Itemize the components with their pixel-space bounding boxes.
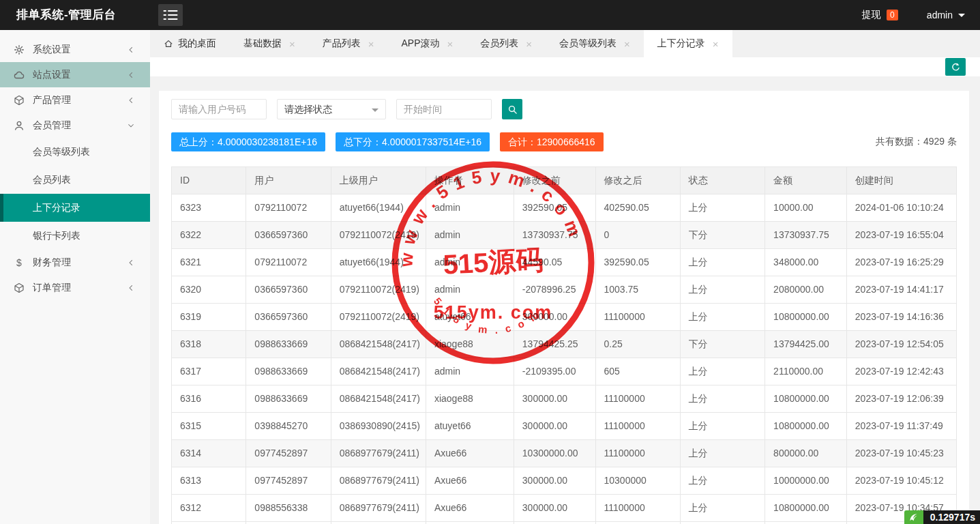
table-cell: 上分 xyxy=(680,276,764,304)
sidebar-toggle-button[interactable] xyxy=(158,4,183,26)
search-button[interactable] xyxy=(502,99,522,119)
table-cell: admin xyxy=(426,276,514,304)
sidebar-subitem-1[interactable]: 会员等级列表 xyxy=(0,138,150,166)
table-cell: 392590.05 xyxy=(595,249,680,276)
total-up-button[interactable]: 总上分：4.0000030238181E+16 xyxy=(171,132,325,151)
table-cell: 上分 xyxy=(680,522,764,524)
tab-label: 会员列表 xyxy=(480,38,518,50)
tab-label: APP滚动 xyxy=(402,38,440,50)
close-icon[interactable]: × xyxy=(713,39,719,49)
table-cell: 6321 xyxy=(172,249,246,276)
tab-3[interactable]: 产品列表× xyxy=(309,30,388,57)
total-sum-button[interactable]: 合计：12900666416 xyxy=(500,132,604,151)
content-card: 请选择状态 总上分：4.0000030238181E+16 总下分：4.0000… xyxy=(159,91,969,524)
sidebar-subitem-4[interactable]: 银行卡列表 xyxy=(0,222,150,250)
table-row: 631503988452700386930890(2415)atuyet6630… xyxy=(172,413,957,440)
sidebar-subitem-2[interactable]: 会员列表 xyxy=(0,166,150,194)
refresh-icon xyxy=(951,62,961,72)
close-icon[interactable]: × xyxy=(526,39,532,49)
tab-label: 基础数据 xyxy=(243,38,282,50)
close-icon[interactable]: × xyxy=(447,39,454,49)
sidebar-item-6[interactable]: 订单管理 xyxy=(0,275,150,300)
withdraw-count-badge: 0 xyxy=(887,10,898,20)
sidebar-item-5[interactable]: $财务管理 xyxy=(0,250,150,275)
tab-5[interactable]: 会员列表× xyxy=(466,30,546,57)
table-cell: 2023-07-19 12:06:39 xyxy=(846,385,956,413)
trace-toggle-button[interactable] xyxy=(904,510,923,524)
search-icon xyxy=(507,104,518,115)
sidebar-subitem-label: 会员等级列表 xyxy=(33,146,90,157)
table-cell: 上分 xyxy=(680,413,764,440)
column-header: 上级用户 xyxy=(331,167,426,194)
table-cell: admin xyxy=(426,249,514,276)
tab-1[interactable]: 我的桌面 xyxy=(150,30,230,57)
table-cell: 300000.00 xyxy=(514,467,595,495)
total-down-button[interactable]: 总下分：4.0000017337514E+16 xyxy=(336,132,490,151)
stats-row: 总上分：4.0000030238181E+16 总下分：4.0000017337… xyxy=(171,132,957,151)
sidebar-subitem-label: 上下分记录 xyxy=(33,202,80,213)
column-header: 创建时间 xyxy=(846,167,956,194)
tab-2[interactable]: 基础数据× xyxy=(230,30,309,57)
table-cell: 上分 xyxy=(680,385,764,413)
chevron-left-icon xyxy=(127,259,135,267)
table-cell: Axue66 xyxy=(426,495,514,522)
cloud-icon xyxy=(14,70,25,81)
table-cell: 402590.05 xyxy=(595,194,680,222)
table-cell: 6314 xyxy=(172,440,246,467)
table-cell: 0868977679(2411) xyxy=(331,440,426,467)
chevron-left-icon xyxy=(127,96,135,104)
table-cell: 0868977679(2411) xyxy=(331,467,426,495)
tab-7[interactable]: 上下分记录× xyxy=(644,30,732,57)
trace-time[interactable]: 0.129717s xyxy=(923,510,980,524)
table-cell: 11100000 xyxy=(595,413,680,440)
table-cell: 2024-01-06 10:10:24 xyxy=(846,194,956,222)
table-cell: 0988556338 xyxy=(246,495,331,522)
column-header: 操作者 xyxy=(426,167,514,194)
user-number-input[interactable] xyxy=(171,99,267,119)
table-cell: atuyet66(1944) xyxy=(331,249,426,276)
sidebar-item-4[interactable]: 会员管理 xyxy=(0,113,150,138)
table-cell: 0988633669 xyxy=(246,331,331,358)
table-cell: 0988633669 xyxy=(246,385,331,413)
table-cell: 392590.05 xyxy=(514,194,595,222)
tab-4[interactable]: APP滚动× xyxy=(388,30,467,57)
table-cell: 2023-07-19 10:45:12 xyxy=(846,467,956,495)
close-icon[interactable]: × xyxy=(624,39,630,49)
table-cell: 0868421548(2417) xyxy=(331,358,426,385)
chevron-down-icon xyxy=(372,108,378,115)
table-cell: 0792110072(2419) xyxy=(331,304,426,331)
gear-icon xyxy=(14,44,25,55)
trace-leaf-icon xyxy=(908,512,919,523)
chevron-left-icon xyxy=(127,284,135,292)
table-cell: 上分 xyxy=(680,495,764,522)
chevron-left-icon xyxy=(127,71,135,79)
table-cell: 0792110072(2419) xyxy=(331,276,426,304)
sidebar-item-2[interactable]: 站点设置 xyxy=(0,62,150,87)
table-cell: 300000.00 xyxy=(514,385,595,413)
close-icon[interactable]: × xyxy=(289,39,295,49)
table-cell: 上分 xyxy=(680,358,764,385)
app-title: 排单系统-管理后台 xyxy=(16,0,116,30)
user-menu[interactable]: admin xyxy=(927,10,965,20)
table-cell: atuyet66(1944) xyxy=(331,194,426,222)
table-cell: 上分 xyxy=(680,304,764,331)
tab-6[interactable]: 会员等级列表× xyxy=(546,30,644,57)
sidebar-item-1[interactable]: 系统设置 xyxy=(0,37,150,62)
sidebar-subitem-3[interactable]: 上下分记录 xyxy=(0,194,150,222)
table-cell: 6318 xyxy=(172,331,246,358)
table-cell: 0.25 xyxy=(595,331,680,358)
table-cell: -9073485.00 xyxy=(514,522,595,524)
close-icon[interactable]: × xyxy=(368,39,374,49)
refresh-button[interactable] xyxy=(945,58,966,76)
start-time-input[interactable] xyxy=(396,99,492,119)
trace-bar: 0.129717s xyxy=(904,510,980,524)
table-cell: 2080000.00 xyxy=(765,276,847,304)
table-cell: 下分 xyxy=(680,222,764,249)
table-cell: 0868977679(2411) xyxy=(331,495,426,522)
status-select[interactable]: 请选择状态 xyxy=(277,99,386,119)
dollar-icon: $ xyxy=(14,257,25,268)
withdraw-menu[interactable]: 提现 0 xyxy=(862,9,898,21)
sidebar-item-3[interactable]: 产品管理 xyxy=(0,87,150,113)
table-cell: 6312 xyxy=(172,495,246,522)
withdraw-label: 提现 xyxy=(862,9,881,21)
